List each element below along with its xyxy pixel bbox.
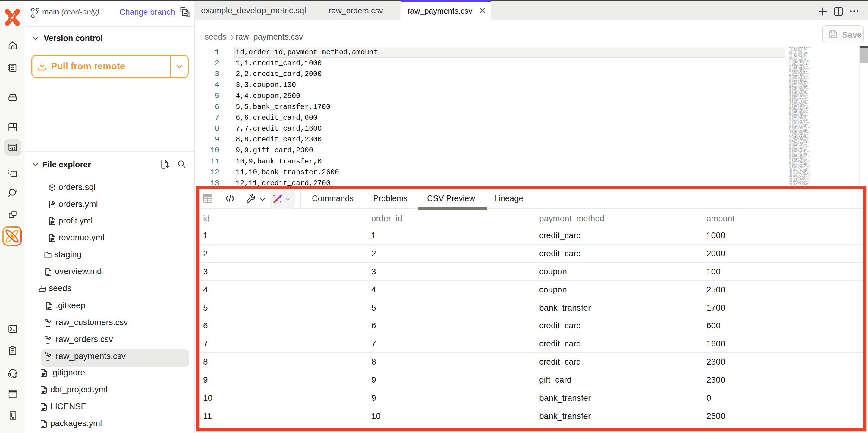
svg-text:113,112,gift_card,800: 113,112,gift_card,800 bbox=[789, 184, 807, 185]
